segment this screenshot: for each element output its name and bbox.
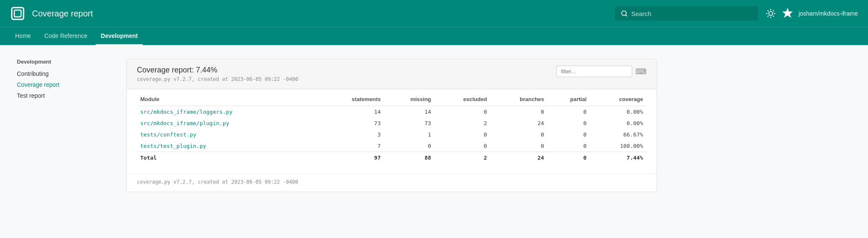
coverage-footer: coverage.py v7.2.7, created at 2023-06-0… [127, 174, 657, 192]
cell-missing: 14 [384, 106, 435, 118]
cell-branches: 0 [490, 106, 547, 118]
coverage-header: Coverage report: 7.44% coverage.py v7.2.… [127, 59, 657, 89]
cell-excluded: 0 [435, 140, 491, 152]
table-wrapper: Module statements missing excluded branc… [127, 89, 657, 174]
table-row: tests/conftest.py 3 1 0 0 0 66.67% [137, 129, 646, 140]
cell-total-coverage: 7.44% [590, 152, 646, 164]
coverage-title-block: Coverage report: 7.44% coverage.py v7.2.… [137, 66, 298, 82]
main-panel: Coverage report: 7.44% coverage.py v7.2.… [126, 59, 657, 192]
app-title: Coverage report [32, 9, 608, 19]
filter-area: ⌨ [556, 66, 646, 77]
cell-partial: 0 [548, 118, 590, 129]
cell-partial: 0 [548, 106, 590, 118]
cell-total-partial: 0 [548, 152, 590, 164]
col-excluded: excluded [435, 93, 491, 106]
github-icon [782, 8, 793, 19]
col-module: Module [137, 93, 319, 106]
header-right: josham/mkdocs-iframe [765, 8, 858, 19]
cell-missing: 73 [384, 118, 435, 129]
search-icon [621, 10, 628, 17]
svg-line-3 [626, 15, 627, 16]
cell-total-label: Total [137, 152, 319, 164]
sidebar-item-contributing[interactable]: Contributing [17, 68, 110, 79]
table-header: Module statements missing excluded branc… [137, 93, 646, 106]
svg-line-11 [768, 16, 768, 16]
col-coverage: coverage [590, 93, 646, 106]
cell-total-branches: 24 [490, 152, 547, 164]
logo-icon [10, 6, 25, 21]
cell-excluded: 2 [435, 118, 491, 129]
content-wrapper: Development Contributing Coverage report… [0, 45, 674, 206]
keyboard-icon: ⌨ [636, 67, 646, 76]
cell-coverage: 66.67% [590, 129, 646, 140]
cell-statements: 14 [319, 106, 384, 118]
coverage-table: Module statements missing excluded branc… [137, 93, 646, 163]
cell-branches: 0 [490, 129, 547, 140]
cell-coverage: 0.00% [590, 118, 646, 129]
cell-missing: 1 [384, 129, 435, 140]
cell-module[interactable]: src/mkdocs_iframe/plugin.py [137, 118, 319, 129]
svg-line-7 [768, 11, 768, 11]
cell-module[interactable]: tests/test_plugin.py [137, 140, 319, 152]
cell-module[interactable]: src/mkdocs_iframe/loggers.py [137, 106, 319, 118]
cell-statements: 7 [319, 140, 384, 152]
search-bar[interactable] [615, 6, 758, 21]
table-body: src/mkdocs_iframe/loggers.py 14 14 0 0 0… [137, 106, 646, 164]
svg-rect-0 [12, 8, 24, 19]
cell-missing: 0 [384, 140, 435, 152]
table-total-row: Total 97 88 2 24 0 7.44% [137, 152, 646, 164]
col-statements: statements [319, 93, 384, 106]
table-row: tests/test_plugin.py 7 0 0 0 0 100.00% [137, 140, 646, 152]
search-input[interactable] [631, 10, 752, 17]
repo-label: josham/mkdocs-iframe [799, 10, 858, 17]
cell-branches: 0 [490, 140, 547, 152]
nav-development[interactable]: Development [96, 27, 143, 45]
cell-module[interactable]: tests/conftest.py [137, 129, 319, 140]
col-missing: missing [384, 93, 435, 106]
cell-excluded: 0 [435, 106, 491, 118]
svg-point-4 [769, 11, 773, 15]
svg-marker-13 [783, 8, 792, 17]
col-branches: branches [490, 93, 547, 106]
cell-total-excluded: 2 [435, 152, 491, 164]
coverage-title: Coverage report: 7.44% [137, 66, 298, 75]
cell-total-statements: 97 [319, 152, 384, 164]
sidebar: Development Contributing Coverage report… [17, 59, 110, 192]
cell-coverage: 100.00% [590, 140, 646, 152]
sidebar-item-coverage-report[interactable]: Coverage report [17, 79, 110, 90]
svg-line-8 [773, 16, 774, 16]
filter-input[interactable] [556, 66, 632, 77]
theme-toggle-icon[interactable] [765, 8, 777, 19]
nav-home[interactable]: Home [10, 27, 36, 45]
cell-total-missing: 88 [384, 152, 435, 164]
cell-excluded: 0 [435, 129, 491, 140]
sidebar-item-test-report[interactable]: Test report [17, 90, 110, 101]
header: Coverage report josham/mkdocs-ifra [0, 0, 868, 27]
table-row: src/mkdocs_iframe/loggers.py 14 14 0 0 0… [137, 106, 646, 118]
sidebar-section-title: Development [17, 59, 110, 65]
coverage-subtitle: coverage.py v7.2.7, created at 2023-06-0… [137, 76, 298, 82]
cell-statements: 73 [319, 118, 384, 129]
nav-code-reference[interactable]: Code Reference [39, 27, 92, 45]
svg-rect-1 [14, 10, 21, 17]
cell-partial: 0 [548, 140, 590, 152]
navbar: Home Code Reference Development [0, 27, 868, 45]
cell-statements: 3 [319, 129, 384, 140]
table-row: src/mkdocs_iframe/plugin.py 73 73 2 24 0… [137, 118, 646, 129]
svg-line-12 [773, 11, 774, 11]
cell-branches: 24 [490, 118, 547, 129]
cell-partial: 0 [548, 129, 590, 140]
cell-coverage: 0.00% [590, 106, 646, 118]
col-partial: partial [548, 93, 590, 106]
